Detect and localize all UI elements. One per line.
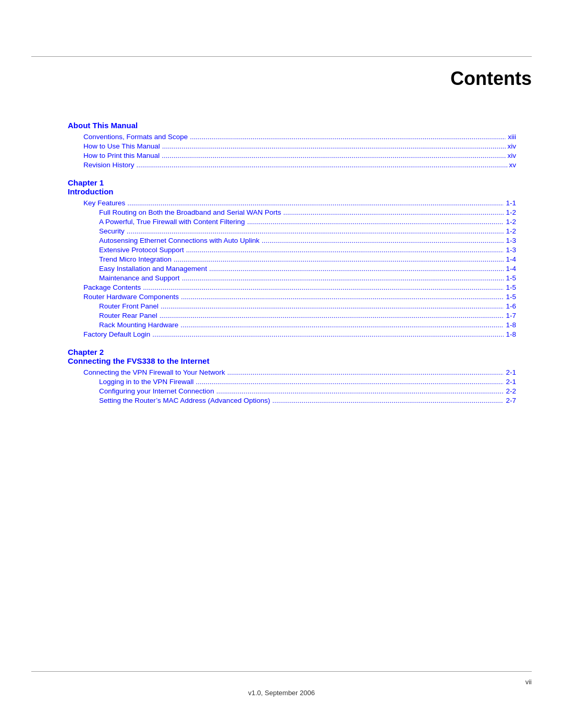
toc-label: Setting the Router’s MAC Address (Advanc…	[99, 397, 270, 404]
toc-page: 1-5	[506, 283, 516, 291]
toc-item-front-panel: Router Front Panel 1-6	[68, 302, 516, 310]
toc-item-autosensing: Autosensing Ethernet Connections with Au…	[68, 237, 516, 244]
toc-page: xiv	[508, 142, 517, 150]
toc-dots	[180, 321, 504, 329]
toc-item-package: Package Contents 1-5	[68, 283, 516, 291]
toc-item-security: Security 1-2	[68, 227, 516, 235]
toc-dots	[152, 330, 504, 338]
toc-dots	[143, 283, 504, 291]
toc-page: 1-2	[506, 208, 516, 216]
toc-page: 1-2	[506, 218, 516, 226]
toc-label: Maintenance and Support	[99, 274, 180, 282]
toc-item-how-use: How to Use This Manual xiv	[68, 142, 516, 150]
toc-item-maintenance: Maintenance and Support 1-5	[68, 274, 516, 282]
chapter1-title: Introduction	[68, 187, 516, 196]
toc-dots	[182, 274, 504, 282]
toc-label: Factory Default Login	[83, 330, 150, 338]
toc-page: 2-1	[506, 378, 516, 386]
toc-item-conventions: Conventions, Formats and Scope xiii	[68, 133, 516, 141]
toc-page: xv	[509, 161, 517, 169]
toc-label: Easy Installation and Management	[99, 265, 207, 273]
toc-label: Package Contents	[83, 283, 141, 291]
toc-page: 1-5	[506, 293, 516, 301]
toc-dots	[283, 208, 504, 216]
toc-page: 1-4	[506, 265, 516, 273]
toc-label: Conventions, Formats and Scope	[83, 133, 188, 141]
top-rule	[31, 56, 532, 57]
toc-item-rack-mounting: Rack Mounting Hardware 1-8	[68, 321, 516, 329]
toc-label: How to Use This Manual	[83, 142, 160, 150]
toc-label: Configuring your Internet Connection	[99, 387, 214, 395]
toc-item-mac-address: Setting the Router’s MAC Address (Advanc…	[68, 397, 516, 404]
toc-item-connecting-vpn: Connecting the VPN Firewall to Your Netw…	[68, 368, 516, 376]
toc-page: 1-6	[506, 302, 516, 310]
toc-dots	[262, 237, 504, 244]
toc-label: Router Rear Panel	[99, 312, 157, 319]
toc-dots	[247, 218, 504, 226]
toc-dots	[190, 133, 506, 141]
toc-label: Autosensing Ethernet Connections with Au…	[99, 237, 260, 244]
toc-item-rear-panel: Router Rear Panel 1-7	[68, 312, 516, 319]
toc-label: How to Print this Manual	[83, 152, 160, 159]
toc-label: Security	[99, 227, 125, 235]
about-manual-heading: About This Manual	[68, 121, 516, 130]
toc-dots	[127, 227, 504, 235]
page: Contents About This Manual Conventions, …	[0, 0, 563, 728]
toc-label: Trend Micro Integration	[99, 255, 172, 263]
toc-dots	[186, 246, 504, 254]
toc-item-configuring-internet: Configuring your Internet Connection 2-2	[68, 387, 516, 395]
chapter2-label: Chapter 2	[68, 348, 516, 356]
toc-item-revision: Revision History xv	[68, 161, 516, 169]
toc-dots	[174, 255, 504, 263]
toc-page: 1-3	[506, 237, 516, 244]
toc-dots	[161, 302, 504, 310]
toc-label: Router Hardware Components	[83, 293, 179, 301]
toc-item-logging-in: Logging in to the VPN Firewall 2-1	[68, 378, 516, 386]
toc-label: Logging in to the VPN Firewall	[99, 378, 194, 386]
toc-item-trendmicro: Trend Micro Integration 1-4	[68, 255, 516, 263]
bottom-rule	[31, 671, 532, 672]
toc-dots	[227, 368, 504, 376]
toc-page: xiii	[508, 133, 516, 141]
toc-item-how-print: How to Print this Manual xiv	[68, 152, 516, 159]
toc-label: Key Features	[83, 199, 125, 207]
toc-page: 1-2	[506, 227, 516, 235]
toc-page: 1-8	[506, 321, 516, 329]
toc-dots	[137, 161, 507, 169]
toc-dots	[127, 199, 504, 207]
toc-item-full-routing: Full Routing on Both the Broadband and S…	[68, 208, 516, 216]
toc-label: Full Routing on Both the Broadband and S…	[99, 208, 281, 216]
toc-page: 2-2	[506, 387, 516, 395]
toc-page: 2-1	[506, 368, 516, 376]
footer-version: v1.0, September 2006	[31, 689, 532, 697]
toc-item-factory-login: Factory Default Login 1-8	[68, 330, 516, 338]
toc-item-firewall: A Powerful, True Firewall with Content F…	[68, 218, 516, 226]
toc-label: Rack Mounting Hardware	[99, 321, 178, 329]
toc-dots	[160, 312, 504, 319]
toc-page: 1-1	[506, 199, 516, 207]
toc-dots	[196, 378, 504, 386]
toc-item-hardware: Router Hardware Components 1-5	[68, 293, 516, 301]
footer-page-num: vii	[525, 678, 532, 686]
toc-dots	[162, 152, 505, 159]
chapter1-label: Chapter 1	[68, 178, 516, 187]
toc-label: A Powerful, True Firewall with Content F…	[99, 218, 245, 226]
toc-page: 1-5	[506, 274, 516, 282]
toc-dots	[181, 293, 504, 301]
toc-dots	[272, 397, 504, 404]
toc-item-key-features: Key Features 1-1	[68, 199, 516, 207]
toc-label: Connecting the VPN Firewall to Your Netw…	[83, 368, 225, 376]
toc-page: 1-4	[506, 255, 516, 263]
footer: vii v1.0, September 2006	[31, 678, 532, 697]
toc-dots	[162, 142, 506, 150]
toc-page: 2-7	[506, 397, 516, 404]
chapter2-title: Connecting the FVS338 to the Internet	[68, 356, 516, 365]
content-area: About This Manual Conventions, Formats a…	[0, 121, 563, 404]
toc-label: Extensive Protocol Support	[99, 246, 184, 254]
page-title: Contents	[0, 0, 563, 90]
toc-item-protocol: Extensive Protocol Support 1-3	[68, 246, 516, 254]
toc-page: 1-3	[506, 246, 516, 254]
toc-label: Revision History	[83, 161, 134, 169]
toc-page: xiv	[508, 152, 517, 159]
toc-dots	[216, 387, 504, 395]
